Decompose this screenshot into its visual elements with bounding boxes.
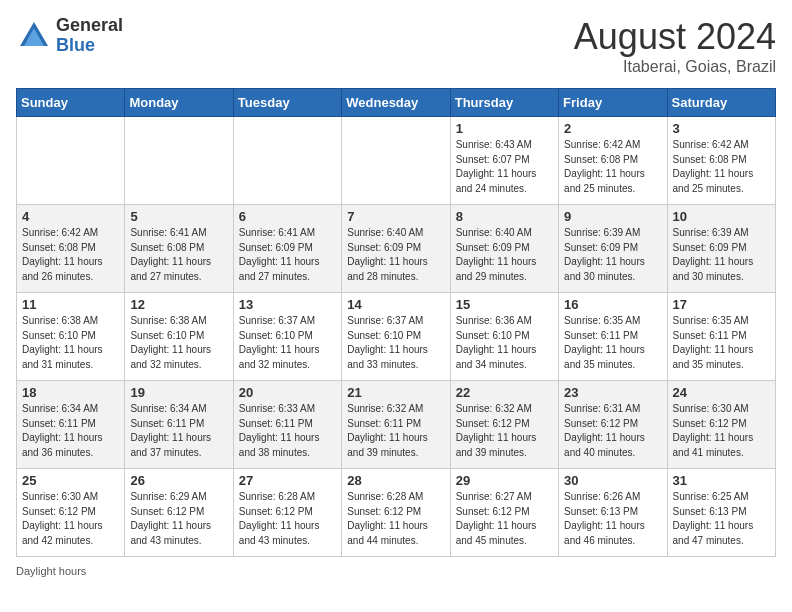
calendar-cell: 28Sunrise: 6:28 AM Sunset: 6:12 PM Dayli… (342, 469, 450, 557)
calendar-cell (233, 117, 341, 205)
week-row-4: 18Sunrise: 6:34 AM Sunset: 6:11 PM Dayli… (17, 381, 776, 469)
day-info: Sunrise: 6:34 AM Sunset: 6:11 PM Dayligh… (130, 402, 227, 460)
day-number: 10 (673, 209, 770, 224)
day-info: Sunrise: 6:40 AM Sunset: 6:09 PM Dayligh… (456, 226, 553, 284)
calendar-cell: 18Sunrise: 6:34 AM Sunset: 6:11 PM Dayli… (17, 381, 125, 469)
calendar-cell: 30Sunrise: 6:26 AM Sunset: 6:13 PM Dayli… (559, 469, 667, 557)
day-number: 22 (456, 385, 553, 400)
day-info: Sunrise: 6:38 AM Sunset: 6:10 PM Dayligh… (22, 314, 119, 372)
calendar-cell: 17Sunrise: 6:35 AM Sunset: 6:11 PM Dayli… (667, 293, 775, 381)
header-day-sunday: Sunday (17, 89, 125, 117)
day-number: 12 (130, 297, 227, 312)
day-number: 26 (130, 473, 227, 488)
day-info: Sunrise: 6:25 AM Sunset: 6:13 PM Dayligh… (673, 490, 770, 548)
week-row-5: 25Sunrise: 6:30 AM Sunset: 6:12 PM Dayli… (17, 469, 776, 557)
calendar-cell: 22Sunrise: 6:32 AM Sunset: 6:12 PM Dayli… (450, 381, 558, 469)
day-info: Sunrise: 6:39 AM Sunset: 6:09 PM Dayligh… (564, 226, 661, 284)
header-day-thursday: Thursday (450, 89, 558, 117)
calendar-cell (342, 117, 450, 205)
week-row-2: 4Sunrise: 6:42 AM Sunset: 6:08 PM Daylig… (17, 205, 776, 293)
day-number: 9 (564, 209, 661, 224)
day-info: Sunrise: 6:28 AM Sunset: 6:12 PM Dayligh… (239, 490, 336, 548)
day-info: Sunrise: 6:37 AM Sunset: 6:10 PM Dayligh… (239, 314, 336, 372)
day-number: 31 (673, 473, 770, 488)
header-day-friday: Friday (559, 89, 667, 117)
day-number: 19 (130, 385, 227, 400)
logo-icon (16, 18, 52, 54)
calendar-cell: 21Sunrise: 6:32 AM Sunset: 6:11 PM Dayli… (342, 381, 450, 469)
day-number: 25 (22, 473, 119, 488)
calendar-cell: 23Sunrise: 6:31 AM Sunset: 6:12 PM Dayli… (559, 381, 667, 469)
day-number: 8 (456, 209, 553, 224)
calendar-cell: 14Sunrise: 6:37 AM Sunset: 6:10 PM Dayli… (342, 293, 450, 381)
calendar-cell: 6Sunrise: 6:41 AM Sunset: 6:09 PM Daylig… (233, 205, 341, 293)
week-row-3: 11Sunrise: 6:38 AM Sunset: 6:10 PM Dayli… (17, 293, 776, 381)
calendar-cell: 1Sunrise: 6:43 AM Sunset: 6:07 PM Daylig… (450, 117, 558, 205)
day-info: Sunrise: 6:43 AM Sunset: 6:07 PM Dayligh… (456, 138, 553, 196)
day-info: Sunrise: 6:42 AM Sunset: 6:08 PM Dayligh… (673, 138, 770, 196)
day-number: 18 (22, 385, 119, 400)
calendar-cell (17, 117, 125, 205)
calendar-cell: 20Sunrise: 6:33 AM Sunset: 6:11 PM Dayli… (233, 381, 341, 469)
day-info: Sunrise: 6:33 AM Sunset: 6:11 PM Dayligh… (239, 402, 336, 460)
calendar-cell: 12Sunrise: 6:38 AM Sunset: 6:10 PM Dayli… (125, 293, 233, 381)
day-number: 14 (347, 297, 444, 312)
day-number: 11 (22, 297, 119, 312)
logo-text: General Blue (56, 16, 123, 56)
day-number: 1 (456, 121, 553, 136)
day-info: Sunrise: 6:42 AM Sunset: 6:08 PM Dayligh… (564, 138, 661, 196)
calendar-cell: 8Sunrise: 6:40 AM Sunset: 6:09 PM Daylig… (450, 205, 558, 293)
calendar-cell: 16Sunrise: 6:35 AM Sunset: 6:11 PM Dayli… (559, 293, 667, 381)
location-subtitle: Itaberai, Goias, Brazil (574, 58, 776, 76)
day-info: Sunrise: 6:42 AM Sunset: 6:08 PM Dayligh… (22, 226, 119, 284)
day-number: 4 (22, 209, 119, 224)
calendar-cell: 3Sunrise: 6:42 AM Sunset: 6:08 PM Daylig… (667, 117, 775, 205)
day-number: 16 (564, 297, 661, 312)
logo-general-text: General (56, 16, 123, 36)
header-day-tuesday: Tuesday (233, 89, 341, 117)
calendar-cell (125, 117, 233, 205)
calendar-cell: 25Sunrise: 6:30 AM Sunset: 6:12 PM Dayli… (17, 469, 125, 557)
calendar-cell: 11Sunrise: 6:38 AM Sunset: 6:10 PM Dayli… (17, 293, 125, 381)
calendar-cell: 10Sunrise: 6:39 AM Sunset: 6:09 PM Dayli… (667, 205, 775, 293)
day-info: Sunrise: 6:31 AM Sunset: 6:12 PM Dayligh… (564, 402, 661, 460)
day-info: Sunrise: 6:36 AM Sunset: 6:10 PM Dayligh… (456, 314, 553, 372)
day-info: Sunrise: 6:41 AM Sunset: 6:08 PM Dayligh… (130, 226, 227, 284)
calendar-header: SundayMondayTuesdayWednesdayThursdayFrid… (17, 89, 776, 117)
calendar-cell: 31Sunrise: 6:25 AM Sunset: 6:13 PM Dayli… (667, 469, 775, 557)
day-number: 28 (347, 473, 444, 488)
logo-blue-text: Blue (56, 36, 123, 56)
day-info: Sunrise: 6:26 AM Sunset: 6:13 PM Dayligh… (564, 490, 661, 548)
title-block: August 2024 Itaberai, Goias, Brazil (574, 16, 776, 76)
calendar-cell: 2Sunrise: 6:42 AM Sunset: 6:08 PM Daylig… (559, 117, 667, 205)
day-info: Sunrise: 6:34 AM Sunset: 6:11 PM Dayligh… (22, 402, 119, 460)
calendar-cell: 26Sunrise: 6:29 AM Sunset: 6:12 PM Dayli… (125, 469, 233, 557)
week-row-1: 1Sunrise: 6:43 AM Sunset: 6:07 PM Daylig… (17, 117, 776, 205)
day-info: Sunrise: 6:38 AM Sunset: 6:10 PM Dayligh… (130, 314, 227, 372)
day-number: 29 (456, 473, 553, 488)
calendar-cell: 19Sunrise: 6:34 AM Sunset: 6:11 PM Dayli… (125, 381, 233, 469)
day-number: 15 (456, 297, 553, 312)
header-day-monday: Monday (125, 89, 233, 117)
day-info: Sunrise: 6:29 AM Sunset: 6:12 PM Dayligh… (130, 490, 227, 548)
day-number: 7 (347, 209, 444, 224)
day-info: Sunrise: 6:39 AM Sunset: 6:09 PM Dayligh… (673, 226, 770, 284)
day-number: 21 (347, 385, 444, 400)
calendar-cell: 7Sunrise: 6:40 AM Sunset: 6:09 PM Daylig… (342, 205, 450, 293)
logo: General Blue (16, 16, 123, 56)
day-number: 17 (673, 297, 770, 312)
day-number: 24 (673, 385, 770, 400)
day-number: 20 (239, 385, 336, 400)
calendar-cell: 29Sunrise: 6:27 AM Sunset: 6:12 PM Dayli… (450, 469, 558, 557)
footer: Daylight hours (16, 565, 776, 577)
calendar-table: SundayMondayTuesdayWednesdayThursdayFrid… (16, 88, 776, 557)
header-day-saturday: Saturday (667, 89, 775, 117)
calendar-cell: 4Sunrise: 6:42 AM Sunset: 6:08 PM Daylig… (17, 205, 125, 293)
day-number: 23 (564, 385, 661, 400)
day-number: 13 (239, 297, 336, 312)
calendar-cell: 27Sunrise: 6:28 AM Sunset: 6:12 PM Dayli… (233, 469, 341, 557)
day-number: 6 (239, 209, 336, 224)
day-info: Sunrise: 6:32 AM Sunset: 6:12 PM Dayligh… (456, 402, 553, 460)
day-info: Sunrise: 6:27 AM Sunset: 6:12 PM Dayligh… (456, 490, 553, 548)
day-info: Sunrise: 6:37 AM Sunset: 6:10 PM Dayligh… (347, 314, 444, 372)
